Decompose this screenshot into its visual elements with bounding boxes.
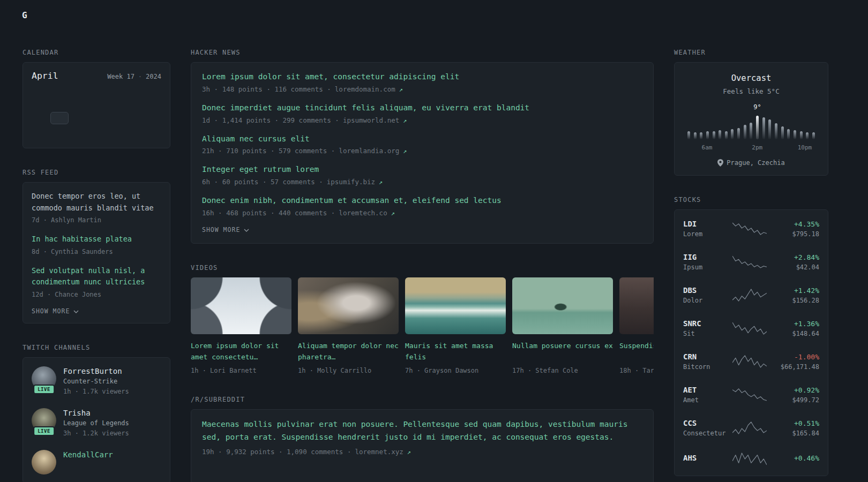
hn-story-link[interactable]: Donec enim nibh, condimentum et accumsan…	[202, 195, 642, 207]
weather-bar	[775, 115, 777, 139]
stock-change: +0.92%	[768, 386, 819, 394]
calendar-year: 2024	[146, 73, 161, 80]
twitch-avatar[interactable]	[32, 450, 56, 475]
weather-bar	[794, 115, 796, 139]
calendar-day	[32, 128, 50, 140]
calendar-day	[69, 112, 87, 124]
calendar-card: April Week 17 · 2024	[23, 62, 170, 148]
weather-hourly-chart: 9°	[684, 115, 818, 139]
video-title-link[interactable]: Lorem ipsum dolor sit amet consectetu…	[191, 341, 291, 363]
video-thumbnail[interactable]	[512, 277, 613, 334]
external-link-icon[interactable]: ↗	[403, 117, 407, 124]
stock-row: DBS Dolor +1.42% $156.28	[683, 278, 819, 312]
weather-current-temp: 9°	[753, 103, 761, 111]
stock-row: LDI Lorem +4.35% $795.18	[683, 212, 819, 245]
weather-bar	[706, 115, 709, 139]
external-link-icon[interactable]: ↗	[407, 448, 411, 456]
external-link-icon[interactable]: ↗	[391, 209, 395, 217]
rss-item-link[interactable]: In hac habitasse platea	[32, 234, 161, 245]
hn-story-link[interactable]: Integer eget rutrum lorem	[202, 164, 642, 176]
stock-symbol-link[interactable]: CCS	[683, 419, 731, 427]
show-more-label: SHOW MORE	[32, 307, 70, 315]
avatar	[32, 450, 56, 475]
twitch-viewers-meta: 1h · 1.7k viewers	[63, 387, 129, 396]
twitch-channel-row: LIVE ForrestBurton Counter-Strike 1h · 1…	[32, 366, 161, 396]
stock-identity: AET Amet	[683, 386, 731, 404]
stock-values: +1.36% $148.64	[768, 320, 819, 337]
stock-symbol-link[interactable]: SNRC	[683, 319, 731, 328]
stock-change: +4.35%	[768, 220, 819, 228]
stock-row: AET Amet +0.92% $499.72	[683, 378, 819, 411]
hn-item: Aliquam nec cursus elit 21h · 710 points…	[202, 133, 642, 155]
video-title-link[interactable]: Mauris sit amet massa felis	[405, 341, 506, 363]
calendar-day	[32, 96, 50, 108]
video-title-link[interactable]: Nullam posuere cursus ex	[512, 341, 613, 363]
external-link-icon[interactable]: ↗	[379, 178, 383, 186]
external-link-icon[interactable]: ↗	[399, 86, 403, 93]
hn-domain-link[interactable]: ipsumworld.net	[343, 116, 399, 124]
videos-carousel[interactable]: Lorem ipsum dolor sit amet consectetu… 1…	[191, 277, 654, 375]
twitch-avatar[interactable]: LIVE	[32, 366, 56, 391]
external-link-icon[interactable]: ↗	[403, 147, 407, 155]
weather-condition: Overcast	[684, 73, 818, 83]
calendar-day	[106, 112, 124, 124]
hn-domain-link[interactable]: loremdomain.com	[335, 85, 395, 93]
twitch-category-link[interactable]: Counter-Strike	[63, 378, 129, 385]
video-thumbnail[interactable]	[191, 277, 291, 334]
twitch-channel-info: KendallCarr	[63, 450, 113, 475]
hn-domain-link[interactable]: loremlandia.org	[339, 147, 399, 155]
video-thumbnail[interactable]	[298, 277, 399, 334]
weather-bar	[787, 115, 790, 139]
video-meta: 17h · Stefan Cole	[512, 366, 613, 375]
stock-symbol-link[interactable]: IIG	[683, 253, 731, 261]
video-card: Lorem ipsum dolor sit amet consectetu… 1…	[191, 277, 291, 375]
stock-price: $66,171.48	[768, 363, 819, 371]
stock-symbol-link[interactable]: DBS	[683, 286, 731, 295]
subreddit-domain-link[interactable]: loremnet.xyz	[355, 448, 403, 456]
weather-bar	[762, 115, 765, 139]
hn-domain-link[interactable]: loremtech.co	[339, 209, 387, 217]
stock-price: $499.72	[768, 396, 819, 404]
video-thumbnail[interactable]	[619, 277, 654, 334]
twitch-channel-link[interactable]: Trisha	[63, 409, 129, 417]
calendar-day	[50, 96, 69, 108]
hn-story-link[interactable]: Aliquam nec cursus elit	[202, 133, 642, 145]
page-tabs	[46, 0, 87, 31]
stock-change: +1.42%	[768, 287, 819, 295]
hn-domain-link[interactable]: ipsumify.biz	[327, 178, 375, 186]
stock-sparkline	[731, 388, 768, 402]
hn-story-link[interactable]: Donec imperdiet augue tincidunt felis al…	[202, 102, 642, 114]
middle-column: HACKER NEWS Lorem ipsum dolor sit amet, …	[191, 49, 654, 482]
twitch-category-link[interactable]: League of Legends	[63, 419, 129, 427]
stock-symbol-link[interactable]: AHS	[683, 454, 731, 462]
rss-item-link[interactable]: Donec tempor eros leo, ut commodo mauris…	[32, 191, 161, 214]
hn-story-link[interactable]: Lorem ipsum dolor sit amet, consectetur …	[202, 71, 642, 83]
subreddit-post-link[interactable]: Maecenas mollis pulvinar erat non posuer…	[202, 418, 642, 444]
rss-show-more-button[interactable]: SHOW MORE	[32, 307, 79, 315]
video-title-link[interactable]: Aliquam tempor dolor nec pharetra…	[298, 341, 399, 363]
app-logo[interactable]: G	[22, 10, 27, 20]
stock-symbol-link[interactable]: LDI	[683, 220, 731, 228]
weather-location-row: Prague, Czechia	[684, 159, 818, 167]
stock-sparkline	[731, 222, 768, 236]
twitch-viewers-meta: 3h · 1.2k viewers	[63, 428, 129, 438]
rss-widget: RSS FEED Donec tempor eros leo, ut commo…	[23, 169, 170, 323]
stock-sparkline	[731, 288, 768, 302]
twitch-avatar[interactable]: LIVE	[32, 408, 56, 433]
stock-price: $42.04	[768, 263, 819, 271]
weather-location: Prague, Czechia	[727, 159, 784, 167]
stock-symbol-link[interactable]: AET	[683, 386, 731, 394]
stock-sparkline	[731, 255, 768, 269]
video-title-link[interactable]: Suspendisse diam	[619, 341, 654, 363]
stock-symbol-link[interactable]: CRN	[683, 352, 731, 361]
calendar-day	[87, 96, 106, 108]
twitch-channel-link[interactable]: ForrestBurton	[63, 367, 129, 375]
stock-identity: SNRC Sit	[683, 319, 731, 337]
video-thumbnail[interactable]	[405, 277, 506, 334]
hn-show-more-button[interactable]: SHOW MORE	[202, 226, 249, 234]
weather-hour-label: 6am	[702, 144, 713, 151]
stock-price: $148.64	[768, 330, 819, 337]
rss-item-link[interactable]: Sed volutpat nulla nisl, a condimentum n…	[32, 265, 161, 288]
twitch-channel-link[interactable]: KendallCarr	[63, 450, 113, 459]
stocks-widget: STOCKS LDI Lorem +4.35% $795.18	[674, 196, 828, 476]
